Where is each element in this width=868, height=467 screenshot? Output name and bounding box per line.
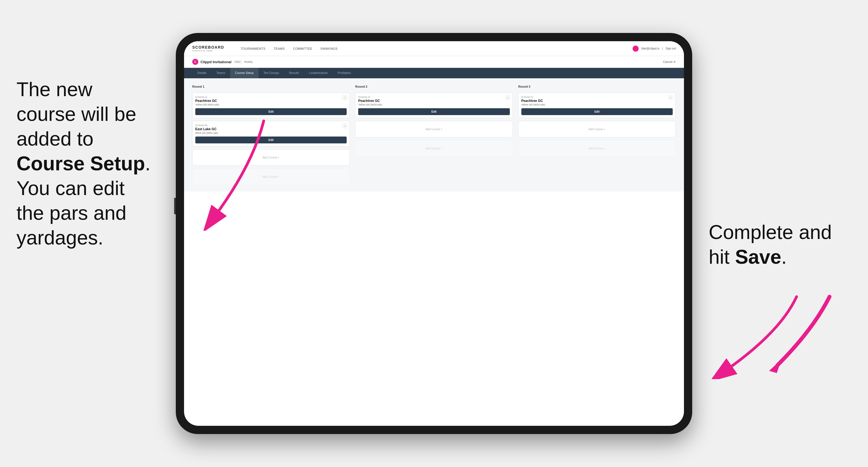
gender-badge: Men [234, 60, 242, 63]
round-2-add-course-label: Add Course + [426, 128, 442, 131]
round-2-course-a-card: ⬡ (Course A) Peachtree GC Yellow (M) (66… [355, 93, 513, 118]
round-2-course-a-delete[interactable]: ⬡ [505, 95, 510, 100]
tab-results[interactable]: Results [284, 68, 304, 78]
tab-tee-groups[interactable]: Tee Groups [258, 68, 284, 78]
round-1-add-course-disabled: Add Course + [192, 168, 350, 185]
round-1-course-b-edit[interactable]: Edit [195, 136, 347, 144]
round-3-course-a-edit[interactable]: Edit [521, 108, 673, 115]
separator: | [662, 47, 663, 50]
round-1-course-a-card: ⬡ (Course A) Peachtree GC Yellow (M) (66… [192, 93, 350, 118]
round-2-course-a-name: Peachtree GC [358, 99, 509, 103]
round-2-course-a-details: Yellow (M) (6629 yds) [358, 103, 509, 106]
nav-committee[interactable]: COMMITTEE [293, 47, 313, 50]
round-3-course-a-card: ⬡ (Course A) Peachtree GC Yellow (M) (66… [518, 93, 676, 118]
left-annotation: The new course will be added to Course S… [17, 77, 176, 250]
clippd-logo: C [192, 59, 198, 65]
tab-course-setup[interactable]: Course Setup [230, 68, 258, 78]
round-3-course-a-details: Yellow (M) (6629 yds) [521, 103, 673, 106]
round-1-course-a-edit[interactable]: Edit [195, 108, 347, 115]
tab-leaderboards[interactable]: Leaderboards [304, 68, 333, 78]
round-1-add-course-disabled-label: Add Course + [262, 175, 279, 178]
round-3-add-course-disabled-label: Add Course + [589, 147, 606, 150]
svg-marker-1 [769, 359, 781, 373]
tab-details[interactable]: Details [192, 68, 212, 78]
nav-right: blair@clippd.io | Sign out [632, 45, 676, 52]
round-1-column: Round 1 ⬡ (Course A) Peachtree GC Yellow… [192, 85, 350, 185]
round-2-column: Round 2 ⬡ (Course A) Peachtree GC Yellow… [355, 85, 513, 185]
round-1-course-a-label: (Course A) [195, 96, 347, 98]
right-arrow [744, 288, 840, 376]
round-3-title: Round 3 [518, 85, 676, 88]
nav-rankings[interactable]: RANKINGS [320, 47, 337, 50]
right-annotation: Complete and hit Save. [709, 220, 851, 269]
top-nav: SCOREBOARD Powered by clippd TOURNAMENTS… [184, 41, 684, 56]
round-2-add-course[interactable]: Add Course + [355, 121, 513, 137]
round-2-add-course-disabled-label: Add Course + [426, 147, 442, 150]
round-3-add-course-label: Add Course + [589, 128, 606, 131]
round-3-course-a-name: Peachtree GC [521, 99, 673, 103]
round-1-course-b-label: (Course B) [195, 124, 347, 127]
logo-title: SCOREBOARD [192, 45, 224, 50]
round-1-title: Round 1 [192, 85, 350, 88]
cancel-button[interactable]: Cancel ✕ [663, 60, 676, 64]
round-3-course-a-label: (Course A) [521, 96, 673, 98]
tournament-info: C Clippd Invitational Men Hosting [192, 59, 252, 65]
round-1-course-a-name: Peachtree GC [195, 99, 347, 103]
hosting-badge: Hosting [244, 60, 252, 63]
round-1-course-b-delete[interactable]: ⬡ [342, 123, 347, 128]
annotation-arrow-right [703, 291, 808, 379]
logo-area: SCOREBOARD Powered by clippd [192, 45, 224, 52]
round-1-course-b-details: Black (M) (6891 yds) [195, 132, 347, 134]
tablet-device: SCOREBOARD Powered by clippd TOURNAMENTS… [176, 33, 692, 434]
tab-bar: Details Teams Course Setup Tee Groups Re… [184, 68, 684, 78]
tab-teams[interactable]: Teams [212, 68, 230, 78]
tablet-screen: SCOREBOARD Powered by clippd TOURNAMENTS… [184, 41, 684, 426]
round-3-add-course[interactable]: Add Course + [518, 121, 676, 137]
round-1-add-course[interactable]: Add Course + [192, 149, 350, 166]
round-2-course-a-edit[interactable]: Edit [358, 108, 509, 115]
rounds-grid: Round 1 ⬡ (Course A) Peachtree GC Yellow… [192, 85, 676, 185]
sign-out-link[interactable]: Sign out [665, 47, 676, 50]
round-1-course-a-details: Yellow (M) (6629 yds) [195, 103, 347, 106]
main-content: Round 1 ⬡ (Course A) Peachtree GC Yellow… [184, 78, 684, 191]
round-2-course-a-label: (Course A) [358, 96, 509, 98]
nav-links: TOURNAMENTS TEAMS COMMITTEE RANKINGS [241, 47, 622, 50]
round-3-add-course-disabled: Add Course + [518, 140, 676, 157]
round-3-column: Round 3 ⬡ (Course A) Peachtree GC Yellow… [518, 85, 676, 185]
round-2-add-course-disabled: Add Course + [355, 140, 513, 157]
nav-tournaments[interactable]: TOURNAMENTS [241, 47, 265, 50]
round-3-course-a-delete[interactable]: ⬡ [668, 95, 673, 100]
round-1-course-a-delete[interactable]: ⬡ [342, 95, 347, 100]
round-1-add-course-label: Add Course + [262, 156, 279, 159]
round-2-title: Round 2 [355, 85, 513, 88]
nav-teams[interactable]: TEAMS [274, 47, 285, 50]
user-email: blair@clippd.io [641, 47, 659, 50]
round-1-course-b-name: East Lake GC [195, 127, 347, 131]
sub-header: C Clippd Invitational Men Hosting Cancel… [184, 56, 684, 68]
tablet-side-button [174, 198, 176, 214]
logo-subtitle: Powered by clippd [192, 50, 224, 52]
tournament-name: Clippd Invitational [200, 60, 231, 64]
round-1-course-b-card: ⬡ (Course B) East Lake GC Black (M) (689… [192, 121, 350, 147]
user-avatar [632, 45, 639, 52]
tab-printables[interactable]: Printables [333, 68, 356, 78]
